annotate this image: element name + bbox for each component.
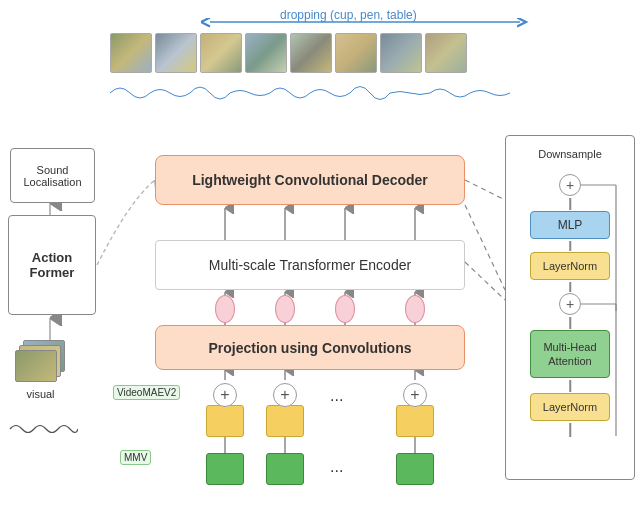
rp-arrow-2 <box>569 241 571 251</box>
dots-label: ... <box>330 387 343 405</box>
mte-label: Multi-scale Transformer Encoder <box>209 257 411 273</box>
plus-2: + <box>273 383 297 407</box>
video-frame-4 <box>245 33 287 73</box>
right-panel: Downsample + MLP LayerNorm + Multi-Head … <box>505 135 635 480</box>
yellow-block-1 <box>206 405 244 437</box>
visual-frames <box>13 340 68 385</box>
svg-line-22 <box>465 262 505 300</box>
puc-box: Projection using Convolutions <box>155 325 465 370</box>
oval-2 <box>275 295 295 323</box>
mlp-label: MLP <box>558 218 583 232</box>
visual-label: visual <box>26 388 54 400</box>
plus-1: + <box>213 383 237 407</box>
action-former-box: Action Former <box>8 215 96 315</box>
video-frame-1 <box>110 33 152 73</box>
video-frame-7 <box>380 33 422 73</box>
green-block-1 <box>206 453 244 485</box>
layernorm-2-box: LayerNorm <box>530 393 610 421</box>
yellow-block-3 <box>396 405 434 437</box>
lcd-label: Lightweight Convolutional Decoder <box>192 172 428 188</box>
yellow-block-2 <box>266 405 304 437</box>
rp-plus-1: + <box>559 174 581 196</box>
video-frame-5 <box>290 33 332 73</box>
dots-label-2: ... <box>330 458 343 476</box>
action-former-label: Action Former <box>9 250 95 280</box>
plus-3: + <box>403 383 427 407</box>
sound-localisation-label: Sound Localisation <box>11 164 94 188</box>
puc-label: Projection using Convolutions <box>209 340 412 356</box>
visual-box: visual <box>8 340 73 400</box>
green-block-3 <box>396 453 434 485</box>
mmv-label: MMV <box>120 450 151 465</box>
rp-arrow-5 <box>569 380 571 392</box>
mte-box: Multi-scale Transformer Encoder <box>155 240 465 290</box>
mha-label: Multi-Head Attention <box>531 340 609 369</box>
audio-waveform <box>110 78 510 108</box>
video-frame-8 <box>425 33 467 73</box>
oval-4 <box>405 295 425 323</box>
mha-box: Multi-Head Attention <box>530 330 610 378</box>
layernorm-1-label: LayerNorm <box>543 260 597 272</box>
video-strip <box>110 30 510 75</box>
rp-arrow-6 <box>569 423 571 437</box>
layernorm-2-label: LayerNorm <box>543 401 597 413</box>
lcd-box: Lightweight Convolutional Decoder <box>155 155 465 205</box>
rp-arrow-1 <box>569 198 571 210</box>
mlp-box: MLP <box>530 211 610 239</box>
sound-localisation-box: Sound Localisation <box>10 148 95 203</box>
green-block-2 <box>266 453 304 485</box>
visual-frame-front <box>15 350 57 382</box>
svg-line-21 <box>465 205 505 290</box>
audio-wave-small <box>8 418 83 443</box>
video-frame-2 <box>155 33 197 73</box>
downsample-label: Downsample <box>538 148 602 160</box>
rp-arrow-3 <box>569 282 571 292</box>
videomae-label: VideoMAEV2 <box>113 385 180 400</box>
rp-arrow-4 <box>569 317 571 329</box>
svg-line-20 <box>465 180 505 200</box>
oval-1 <box>215 295 235 323</box>
layernorm-1-box: LayerNorm <box>530 252 610 280</box>
rp-plus-2: + <box>559 293 581 315</box>
diagram-container: dropping (cup, pen, table) Sound Localis… <box>0 0 640 515</box>
oval-3 <box>335 295 355 323</box>
video-frame-6 <box>335 33 377 73</box>
dropping-label: dropping (cup, pen, table) <box>280 8 417 22</box>
video-frame-3 <box>200 33 242 73</box>
